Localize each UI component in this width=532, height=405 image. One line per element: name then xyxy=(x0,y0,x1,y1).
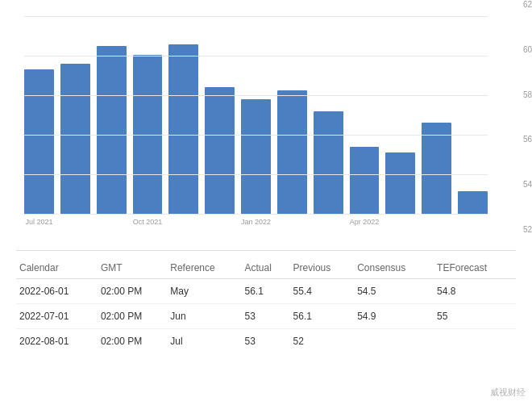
table-cell: May xyxy=(167,279,241,304)
bar-group xyxy=(241,99,271,215)
bars-area xyxy=(24,16,508,215)
bar xyxy=(277,90,307,215)
x-axis-label: Jan 2022 xyxy=(241,218,271,226)
x-axis-label xyxy=(168,218,198,226)
table-cell xyxy=(354,329,434,354)
x-axis-label xyxy=(386,218,416,226)
table-cell: 02:00 PM xyxy=(98,329,167,354)
data-table: CalendarGMTReferenceActualPreviousConsen… xyxy=(16,257,516,353)
bar xyxy=(314,111,343,215)
bar-group xyxy=(205,87,235,215)
table-cell: 56.1 xyxy=(241,279,289,304)
bar xyxy=(24,69,54,215)
bar xyxy=(205,87,235,215)
bar xyxy=(60,64,90,215)
bars-wrapper: Jul 2021Oct 2021Jan 2022Apr 2022 xyxy=(24,16,508,226)
table-container: CalendarGMTReferenceActualPreviousConsen… xyxy=(0,251,532,360)
table-cell: 56.1 xyxy=(290,304,355,329)
table-header-row: CalendarGMTReferenceActualPreviousConsen… xyxy=(16,257,516,279)
bar-group xyxy=(277,90,307,215)
y-axis-label: 60 xyxy=(523,45,532,54)
watermark: 威视财经 xyxy=(490,386,526,399)
table-cell: 53 xyxy=(241,329,289,354)
x-axis-label xyxy=(277,218,307,226)
table-cell: 52 xyxy=(290,329,355,354)
bar xyxy=(422,123,451,215)
chart-container: Jul 2021Oct 2021Jan 2022Apr 2022 6260585… xyxy=(0,0,532,250)
table-cell xyxy=(434,329,516,354)
bar-group xyxy=(350,147,380,215)
x-axis-label xyxy=(458,218,488,226)
grid-line xyxy=(24,56,488,56)
table-cell: Jun xyxy=(167,304,241,329)
table-header-cell: Consensus xyxy=(354,257,434,279)
bar-group xyxy=(385,152,415,215)
bar-group xyxy=(168,44,198,215)
y-axis-label: 62 xyxy=(523,0,532,9)
table-header-cell: Reference xyxy=(167,257,241,279)
grid-line xyxy=(24,16,488,17)
table-cell: 2022-07-01 xyxy=(16,304,98,329)
table-cell: Jul xyxy=(167,329,241,354)
y-axis-label: 58 xyxy=(523,90,532,99)
table-cell: 02:00 PM xyxy=(98,304,167,329)
x-labels: Jul 2021Oct 2021Jan 2022Apr 2022 xyxy=(24,218,508,226)
grid-line xyxy=(24,95,488,96)
table-cell: 2022-06-01 xyxy=(16,279,98,304)
table-cell: 54.5 xyxy=(354,279,434,304)
x-axis-label: Apr 2022 xyxy=(350,218,380,226)
bar xyxy=(241,99,271,215)
bar-group xyxy=(458,191,488,215)
table-header-cell: GMT xyxy=(98,257,167,279)
bar-group xyxy=(422,123,451,215)
x-axis-label xyxy=(60,218,90,226)
x-axis-label xyxy=(205,218,235,226)
y-axis-label: 54 xyxy=(523,180,532,189)
table-row: 2022-08-0102:00 PMJul5352 xyxy=(16,329,516,354)
table-header-cell: TEForecast xyxy=(434,257,516,279)
bar xyxy=(385,152,415,215)
x-axis-label: Jul 2021 xyxy=(24,218,54,226)
table-cell: 02:00 PM xyxy=(98,279,167,304)
bar xyxy=(133,55,163,215)
bar xyxy=(168,44,198,215)
bar xyxy=(458,191,488,215)
y-axis-label: 56 xyxy=(523,135,532,144)
bar-group xyxy=(97,46,127,215)
bar-group xyxy=(24,69,54,215)
table-row: 2022-07-0102:00 PMJun5356.154.955 xyxy=(16,304,516,329)
x-axis-label xyxy=(97,218,127,226)
table-cell: 54.9 xyxy=(354,304,434,329)
table-cell: 2022-08-01 xyxy=(16,329,98,354)
bar-group xyxy=(133,55,163,215)
table-cell: 53 xyxy=(241,304,289,329)
table-cell: 54.8 xyxy=(434,279,516,304)
table-header-cell: Previous xyxy=(290,257,355,279)
x-axis-label: Oct 2021 xyxy=(132,218,162,226)
bar-group xyxy=(60,64,90,215)
y-axis-labels: 626058565452 xyxy=(523,0,532,234)
table-header-cell: Calendar xyxy=(16,257,98,279)
bar xyxy=(350,147,380,215)
bar-group xyxy=(314,111,343,215)
table-cell: 55.4 xyxy=(290,279,355,304)
y-axis-label: 52 xyxy=(523,225,532,234)
table-body: 2022-06-0102:00 PMMay56.155.454.554.8202… xyxy=(16,279,516,354)
bar xyxy=(97,46,127,215)
table-cell: 55 xyxy=(434,304,516,329)
table-header-cell: Actual xyxy=(241,257,289,279)
x-axis-label xyxy=(314,218,343,226)
table-row: 2022-06-0102:00 PMMay56.155.454.554.8 xyxy=(16,279,516,304)
x-axis-label xyxy=(422,218,451,226)
